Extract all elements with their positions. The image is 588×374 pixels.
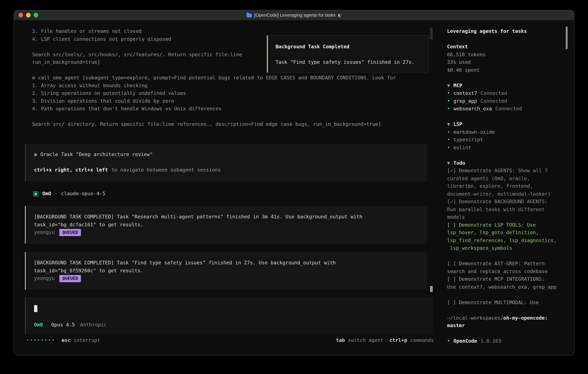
session-sidebar: Leveraging agents for tasks Context 66,5…	[438, 20, 574, 355]
lsp-name: typescript	[453, 137, 483, 143]
context-heading: Context	[447, 43, 559, 51]
agent-model-chip[interactable]: OmO Opus 4.5 Anthropic	[34, 321, 107, 329]
key-esc-label: interrupt	[74, 337, 100, 344]
status-dot-icon: •	[447, 98, 450, 104]
status-dot-icon: •	[447, 106, 450, 111]
nav-keybindings: ctrl+x right, ctrl+x left	[34, 167, 108, 173]
lsp-name: eslint	[453, 145, 471, 150]
mcp-item-grep-app: •grep_appConnected	[447, 97, 559, 105]
titlebar[interactable]: [OpenCode] Leveraging agents for tasks ◐	[14, 10, 574, 21]
zoom-button[interactable]	[33, 13, 38, 17]
sidebar-scrollbar-thumb[interactable]	[566, 26, 567, 49]
agent-checkbox-icon	[33, 191, 38, 196]
notification-title: Background Task Completed	[275, 43, 429, 51]
chip-agent-name: OmO	[34, 321, 43, 329]
key-esc: esc	[62, 337, 71, 344]
terminal-main: 3. File handles or streams not closed 4.…	[14, 20, 438, 355]
todo-item: [ ] Demonstrate AST-GREP: Pattern search…	[447, 260, 559, 275]
background-task-notification: Background Task Completed Task "Find typ…	[267, 35, 429, 73]
agent-checkbox-fill	[34, 193, 37, 195]
message-line: [BACKGROUND TASK COMPLETED] Task "Find t…	[34, 259, 427, 267]
lsp-name: markdown-oxide	[453, 129, 495, 135]
traffic-lights	[14, 13, 38, 17]
todo-heading: Todo	[453, 160, 465, 166]
opencode-window: [OpenCode] Leveraging agents for tasks ◐…	[14, 10, 574, 355]
todo-section-header[interactable]: ▼Todo	[447, 159, 559, 167]
message-author: yeongyu	[34, 275, 55, 282]
status-badge: QUEUED	[59, 229, 81, 236]
todo-item: [✓] Demonstrate BACKGROUND AGENTS: Run p…	[447, 198, 559, 221]
message-line: task_id="bg_6f59260c" to get results.	[34, 267, 427, 275]
spacer	[34, 158, 427, 166]
chip-model-name: Opus 4.5	[51, 321, 75, 329]
workspace-path-prefix: ~/local-workspaces/	[447, 315, 503, 321]
mcp-name: grep_app	[453, 98, 477, 104]
message-line: task_id="bg_dcfac161" to get results.	[34, 221, 427, 229]
todo-item: [ ] Demonstrate MULTIMODAL: Use	[447, 299, 559, 306]
lsp-item-markdown-oxide: •markdown-oxide	[447, 128, 559, 136]
status-right: tab switch agent ctrl+p commands	[336, 337, 434, 344]
status-left: •••••••• esc interrupt	[26, 337, 100, 344]
message-background-task-1: [BACKGROUND TASK COMPLETED] Task "Resear…	[25, 206, 427, 244]
mcp-name: websearch_exa	[453, 106, 492, 111]
bullet-icon: •	[447, 129, 450, 135]
main-scrollbar-thumb[interactable]	[430, 28, 433, 39]
mcp-status: Connected	[481, 90, 507, 96]
key-ctrl-p-label: commands	[410, 337, 434, 344]
message-meta: yeongyu QUEUED	[34, 229, 427, 236]
app-name: OpenCode	[453, 338, 477, 344]
context-used: 33% used	[447, 59, 559, 66]
close-button[interactable]	[19, 13, 23, 17]
sidebar-content: Leveraging agents for tasks Context 66,5…	[438, 20, 559, 345]
workspace-path: ~/local-workspaces/oh-my-opencode:	[447, 314, 559, 322]
session-progress-icon: ◐	[338, 13, 341, 18]
oracle-task-title: Oracle Task "Deep architecture review"	[40, 151, 153, 157]
mcp-status: Connected	[481, 98, 507, 104]
chevron-down-icon: ▼	[447, 121, 450, 127]
status-bar: •••••••• esc interrupt tab switch agent …	[26, 337, 434, 344]
todo-item: [ ] Demonstrate MCP INTEGRATIONS: Use co…	[447, 275, 559, 291]
agent-name: OmO	[42, 190, 51, 198]
text-cursor	[34, 305, 37, 312]
record-icon: ◉	[34, 151, 37, 157]
chip-provider-name: Anthropic	[80, 321, 107, 329]
lsp-item-eslint: •eslint	[447, 144, 559, 152]
status-badge: QUEUED	[59, 275, 81, 282]
oracle-nav-hint: ctrl+x right, ctrl+x leftto navigate bet…	[34, 166, 427, 174]
prompt-input[interactable]: OmO Opus 4.5 Anthropic	[25, 297, 433, 334]
message-scrollbar-thumb[interactable]	[430, 286, 433, 292]
mcp-item-context7: •context7Connected	[447, 90, 559, 97]
window-content: 3. File handles or streams not closed 4.…	[14, 20, 574, 355]
separator-dot: ·	[54, 190, 57, 198]
context-spent: $0.46 spent	[447, 66, 559, 74]
mcp-section-header[interactable]: ▼MCP	[447, 82, 559, 90]
key-ctrl-p: ctrl+p	[389, 337, 407, 344]
key-tab-label: switch agent	[348, 337, 383, 344]
todo-item: [ ] Demonstrate LSP TOOLS: Use lsp_hover…	[447, 221, 559, 252]
status-dot-icon: •	[447, 90, 450, 96]
window-title-text: [OpenCode] Leveraging agents for tasks	[254, 12, 336, 18]
lsp-section-header[interactable]: ▼LSP	[447, 120, 559, 128]
message-meta: yeongyu QUEUED	[34, 275, 427, 282]
nav-hint-text: to navigate between subagent sessions	[111, 167, 221, 173]
spinner-icon: ••••••••	[26, 337, 56, 344]
workspace-branch: master	[447, 322, 559, 330]
window-title: [OpenCode] Leveraging agents for tasks ◐	[247, 10, 341, 20]
minimize-button[interactable]	[26, 13, 31, 17]
mcp-item-websearch-exa: •websearch_exaConnected	[447, 105, 559, 113]
agent-header: OmO · claude-opus-4-5	[33, 190, 105, 197]
mcp-heading: MCP	[453, 83, 462, 88]
chevron-down-icon: ▼	[447, 160, 450, 166]
mcp-status: Connected	[495, 106, 522, 111]
context-tokens: 66,518 tokens	[447, 51, 559, 59]
app-version: 1.0.163	[481, 338, 501, 344]
todo-item: [✓] Demonstrate AGENTS: Show all 7 curat…	[447, 167, 559, 198]
bullet-icon: •	[447, 145, 450, 150]
session-title: Leveraging agents for tasks	[447, 28, 559, 35]
agent-model: claude-opus-4-5	[61, 190, 105, 198]
folder-icon	[247, 14, 252, 17]
screen: [OpenCode] Leveraging agents for tasks ◐…	[0, 0, 588, 374]
lsp-heading: LSP	[453, 121, 462, 127]
message-author: yeongyu	[34, 229, 55, 236]
oracle-task-line: ◉Oracle Task "Deep architecture review"	[34, 151, 427, 158]
